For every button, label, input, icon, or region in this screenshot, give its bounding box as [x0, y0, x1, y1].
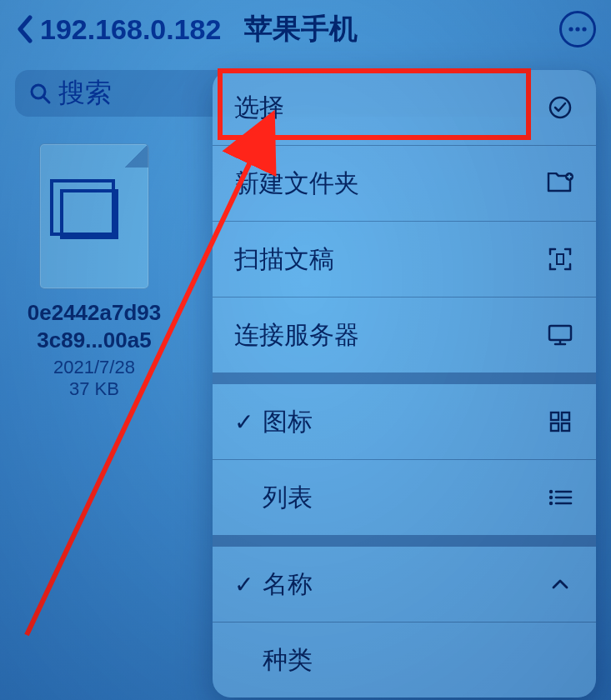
menu-view-list[interactable]: ✓ 列表 — [213, 460, 596, 535]
file-date: 2021/7/28 — [15, 357, 173, 378]
svg-rect-11 — [551, 412, 558, 420]
svg-point-19 — [549, 502, 553, 505]
menu-connect-server[interactable]: 连接服务器 — [213, 298, 596, 372]
chevron-up-icon — [546, 578, 574, 590]
svg-rect-14 — [562, 423, 569, 431]
svg-rect-12 — [562, 412, 569, 420]
menu-scan-docs-label: 扫描文稿 — [234, 242, 546, 277]
menu-view-icons[interactable]: ✓ 图标 — [213, 384, 596, 459]
file-name-line1: 0e2442a7d93 — [15, 299, 173, 327]
svg-point-17 — [549, 496, 553, 499]
scan-icon — [546, 247, 574, 272]
svg-point-2 — [582, 27, 586, 31]
svg-line-4 — [43, 97, 49, 102]
menu-view-list-label: 列表 — [263, 481, 313, 515]
file-item[interactable]: 0e2442a7d93 3c89...00a5 2021/7/28 37 KB — [15, 143, 173, 400]
svg-rect-8 — [549, 326, 571, 340]
file-thumbnail — [39, 143, 149, 289]
stack-icon — [60, 189, 118, 239]
folder-plus-icon — [546, 172, 574, 194]
ellipsis-icon — [568, 26, 588, 32]
check-icon: ✓ — [234, 408, 263, 436]
svg-point-0 — [568, 27, 573, 31]
svg-rect-7 — [557, 254, 563, 264]
file-name-line2: 3c89...00a5 — [15, 327, 173, 354]
menu-view-icons-label: 图标 — [263, 405, 313, 439]
chevron-left-icon — [15, 15, 35, 43]
search-placeholder: 搜索 — [58, 75, 112, 112]
grid-icon — [546, 410, 574, 433]
svg-rect-13 — [551, 423, 558, 431]
monitor-icon — [546, 323, 574, 347]
back-button[interactable]: 192.168.0.182 — [15, 13, 221, 46]
list-icon — [546, 488, 574, 507]
menu-new-folder-label: 新建文件夹 — [234, 167, 546, 201]
menu-sort-kind-label: 种类 — [263, 643, 313, 678]
menu-sort-name[interactable]: ✓ 名称 — [213, 547, 596, 622]
menu-select[interactable]: 选择 — [213, 70, 596, 145]
menu-scan-docs[interactable]: 扫描文稿 — [213, 222, 596, 297]
context-menu: 选择 新建文件夹 扫描文稿 连接服务器 ✓ 图标 — [213, 70, 596, 698]
page-title: 苹果手机 — [244, 10, 559, 48]
menu-sort-kind[interactable]: ✓ 种类 — [213, 622, 596, 698]
more-button[interactable] — [559, 11, 596, 48]
navbar: 192.168.0.182 苹果手机 — [0, 0, 611, 58]
file-size: 37 KB — [15, 378, 173, 400]
menu-select-label: 选择 — [234, 91, 546, 125]
search-icon — [28, 82, 52, 105]
checkmark-circle-icon — [546, 95, 574, 120]
back-label: 192.168.0.182 — [40, 13, 221, 46]
check-icon: ✓ — [234, 571, 263, 598]
svg-point-15 — [549, 490, 553, 493]
svg-point-1 — [575, 27, 579, 31]
menu-sort-name-label: 名称 — [263, 568, 313, 602]
menu-connect-server-label: 连接服务器 — [234, 318, 546, 352]
menu-new-folder[interactable]: 新建文件夹 — [213, 146, 596, 221]
